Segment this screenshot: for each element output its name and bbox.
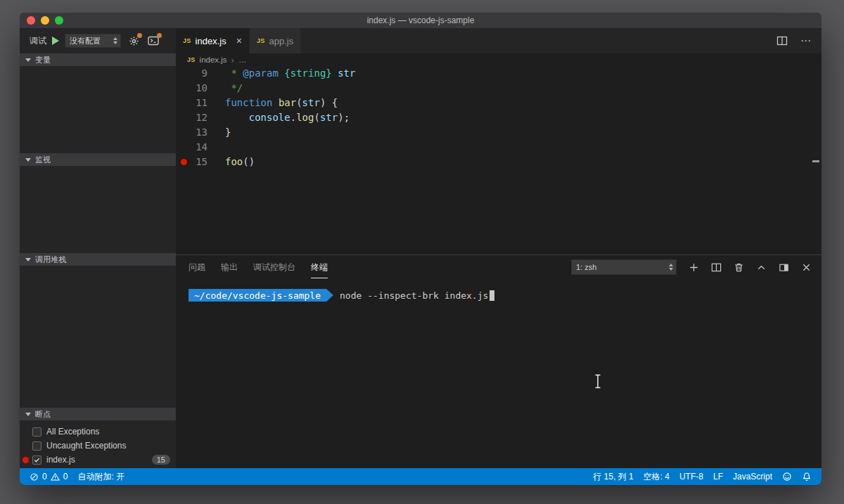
checkbox-unchecked[interactable] (32, 441, 41, 451)
breakpoint-label: index.js (46, 455, 75, 465)
editor-tab-bar: JS index.js × JS app.js ⋯ (176, 28, 821, 53)
error-icon (30, 472, 39, 482)
close-panel-button[interactable] (800, 261, 812, 273)
panel-tab-output[interactable]: 输出 (221, 256, 238, 278)
close-tab-icon[interactable]: × (236, 36, 242, 46)
code-line-15[interactable]: 15 foo() (176, 155, 821, 169)
debug-settings-button[interactable] (127, 34, 141, 48)
vscode-window: index.js — vscode-js-sample 调试 没有配置 (20, 13, 821, 485)
encoding-status[interactable]: UTF-8 (679, 472, 703, 482)
section-label: 变量 (35, 55, 51, 65)
terminal-picker-dropdown[interactable]: 1: zsh (571, 259, 677, 275)
code-line-14[interactable]: 14 (176, 140, 821, 155)
error-count: 0 (42, 472, 47, 482)
gutter-line-10[interactable]: 10 (176, 81, 225, 96)
notification-dot-icon (157, 33, 162, 38)
bottom-panel: 问题 输出 调试控制台 终端 1: zsh (176, 254, 821, 468)
panel-position-button[interactable] (778, 261, 789, 273)
split-terminal-button[interactable] (710, 261, 722, 273)
minimize-window-button[interactable] (41, 16, 49, 25)
terminal-cursor (490, 290, 494, 301)
traffic-lights (27, 13, 63, 28)
gutter-line-13[interactable]: 13 (176, 125, 225, 140)
tab-index-js[interactable]: JS index.js × (176, 28, 250, 53)
code-line-11[interactable]: 11 function bar(str) { (176, 96, 821, 110)
dropdown-stepper-icon (113, 37, 117, 44)
section-label: 断点 (35, 409, 51, 420)
breakpoint-icon[interactable] (181, 159, 187, 165)
maximize-panel-button[interactable] (755, 261, 767, 273)
terminal-prompt-line: ~/code/vscode-js-sample node --inspect-b… (188, 289, 821, 302)
code-line-9[interactable]: 9 * @param {string} str (176, 66, 821, 81)
code-line-10[interactable]: 10 */ (176, 81, 821, 96)
section-header-breakpoints[interactable]: 断点 (20, 408, 176, 420)
gutter-line-12[interactable]: 12 (176, 110, 225, 125)
problems-status[interactable]: 0 0 (30, 472, 68, 482)
breakpoint-row-all-exceptions[interactable]: All Exceptions (20, 425, 176, 439)
code-line-12[interactable]: 12 console.log(str); (176, 110, 821, 125)
zoom-window-button[interactable] (55, 16, 63, 25)
line-number: 15 (196, 156, 207, 167)
panel-tab-problems[interactable]: 问题 (188, 256, 205, 278)
section-header-variables[interactable]: 变量 (20, 53, 176, 66)
terminal-command: node --inspect-brk index.js (340, 290, 488, 301)
call-stack-panel-body (20, 266, 176, 408)
feedback-button[interactable] (782, 472, 792, 482)
debug-console-button[interactable] (146, 34, 160, 48)
code-editor[interactable]: 9 * @param {string} str 10 */ 11 functio… (176, 66, 821, 254)
breadcrumb-symbol[interactable]: … (238, 56, 247, 64)
tab-app-js[interactable]: JS app.js (250, 28, 301, 53)
notifications-button[interactable] (802, 472, 812, 482)
new-terminal-button[interactable] (688, 261, 699, 273)
language-mode-status[interactable]: JavaScript (733, 472, 772, 482)
indentation-status[interactable]: 空格: 4 (644, 471, 670, 483)
split-panel-icon (711, 262, 722, 273)
smiley-icon (782, 472, 792, 482)
breadcrumb[interactable]: JS index.js › … (176, 53, 821, 66)
breakpoints-panel-body: All Exceptions Uncaught Exceptions index… (20, 420, 176, 468)
kill-terminal-button[interactable] (733, 261, 744, 273)
breakpoint-row-index-js[interactable]: index.js 15 (20, 453, 176, 467)
start-debug-button[interactable] (52, 37, 59, 45)
js-file-icon: JS (257, 37, 265, 44)
line-number: 14 (196, 141, 207, 153)
debug-config-dropdown[interactable]: 没有配置 (65, 34, 121, 48)
breadcrumb-file[interactable]: index.js (200, 56, 227, 64)
panel-tab-debug-console[interactable]: 调试控制台 (253, 256, 295, 278)
checkbox-checked[interactable] (32, 455, 41, 465)
line-number: 9 (202, 67, 207, 79)
section-header-call-stack[interactable]: 调用堆栈 (20, 253, 176, 266)
trash-icon (734, 262, 744, 273)
code-line-13[interactable]: 13 } (176, 125, 821, 140)
close-window-button[interactable] (27, 16, 35, 25)
line-number: 13 (196, 127, 207, 138)
gutter-line-14[interactable]: 14 (176, 140, 225, 155)
auto-attach-status[interactable]: 自动附加: 开 (77, 471, 124, 483)
terminal-picker-value: 1: zsh (576, 263, 596, 271)
js-file-icon: JS (187, 56, 196, 63)
section-header-watch[interactable]: 监视 (20, 153, 176, 166)
chevron-right-icon: › (231, 55, 234, 65)
debug-view-title: 调试 (30, 35, 46, 47)
overview-ruler-mark (812, 160, 819, 162)
terminal-output[interactable]: ~/code/vscode-js-sample node --inspect-b… (176, 279, 821, 468)
breakpoint-line-badge: 15 (152, 455, 170, 465)
panel-header: 问题 输出 调试控制台 终端 1: zsh (176, 255, 821, 279)
cursor-position-status[interactable]: 行 15, 列 1 (593, 471, 633, 483)
bell-icon (802, 472, 812, 482)
more-actions-button[interactable]: ⋯ (800, 34, 812, 47)
split-editor-button[interactable] (775, 34, 789, 48)
collapse-triangle-icon (25, 413, 31, 416)
breakpoint-dot-icon (23, 457, 29, 463)
js-file-icon: JS (183, 37, 191, 44)
split-editor-icon (776, 35, 788, 46)
eol-status[interactable]: LF (713, 472, 723, 482)
gutter-line-11[interactable]: 11 (176, 96, 225, 110)
gutter-line-15[interactable]: 15 (176, 155, 225, 169)
collapse-triangle-icon (25, 258, 31, 261)
panel-tab-terminal[interactable]: 终端 (311, 256, 328, 278)
gutter-line-9[interactable]: 9 (176, 66, 225, 81)
section-label: 监视 (35, 155, 51, 165)
breakpoint-row-uncaught-exceptions[interactable]: Uncaught Exceptions (20, 439, 176, 453)
checkbox-unchecked[interactable] (32, 427, 41, 437)
